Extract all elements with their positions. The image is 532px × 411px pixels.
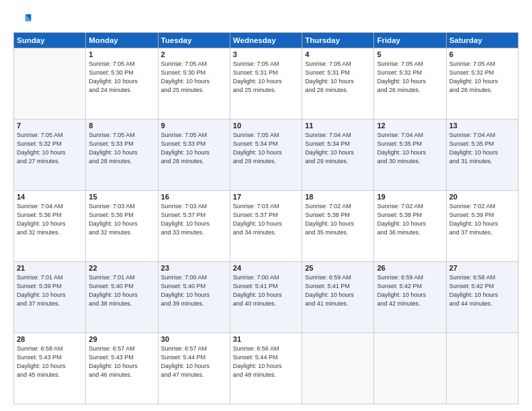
day-info: Sunrise: 7:02 AM Sunset: 5:39 PM Dayligh… bbox=[449, 202, 515, 237]
header-row: SundayMondayTuesdayWednesdayThursdayFrid… bbox=[14, 33, 519, 48]
day-number: 16 bbox=[161, 193, 227, 201]
col-header-friday: Friday bbox=[374, 33, 446, 48]
day-cell: 30Sunrise: 6:57 AM Sunset: 5:44 PM Dayli… bbox=[158, 333, 230, 404]
day-info: Sunrise: 7:04 AM Sunset: 5:36 PM Dayligh… bbox=[17, 202, 83, 237]
day-info: Sunrise: 7:03 AM Sunset: 5:37 PM Dayligh… bbox=[161, 202, 227, 237]
day-info: Sunrise: 7:03 AM Sunset: 5:36 PM Dayligh… bbox=[89, 202, 154, 237]
day-number: 31 bbox=[233, 335, 299, 343]
day-info: Sunrise: 7:01 AM Sunset: 5:40 PM Dayligh… bbox=[89, 273, 154, 308]
day-info: Sunrise: 7:01 AM Sunset: 5:39 PM Dayligh… bbox=[17, 273, 83, 308]
day-cell: 7Sunrise: 7:05 AM Sunset: 5:32 PM Daylig… bbox=[14, 120, 86, 191]
day-info: Sunrise: 7:04 AM Sunset: 5:35 PM Dayligh… bbox=[377, 131, 443, 166]
day-cell: 31Sunrise: 6:56 AM Sunset: 5:44 PM Dayli… bbox=[230, 333, 302, 404]
day-cell: 11Sunrise: 7:04 AM Sunset: 5:34 PM Dayli… bbox=[302, 120, 374, 191]
day-cell: 19Sunrise: 7:02 AM Sunset: 5:38 PM Dayli… bbox=[374, 191, 446, 262]
day-cell: 25Sunrise: 6:59 AM Sunset: 5:41 PM Dayli… bbox=[302, 262, 374, 333]
col-header-thursday: Thursday bbox=[302, 33, 374, 48]
day-cell: 3Sunrise: 7:05 AM Sunset: 5:31 PM Daylig… bbox=[230, 48, 302, 120]
week-row-2: 7Sunrise: 7:05 AM Sunset: 5:32 PM Daylig… bbox=[14, 120, 519, 191]
day-number: 2 bbox=[161, 50, 227, 58]
week-row-3: 14Sunrise: 7:04 AM Sunset: 5:36 PM Dayli… bbox=[14, 191, 519, 262]
day-number: 11 bbox=[305, 122, 371, 130]
day-cell: 23Sunrise: 7:00 AM Sunset: 5:40 PM Dayli… bbox=[158, 262, 230, 333]
day-number: 3 bbox=[233, 50, 299, 58]
day-cell: 20Sunrise: 7:02 AM Sunset: 5:39 PM Dayli… bbox=[446, 191, 518, 262]
day-number: 29 bbox=[89, 335, 154, 343]
day-cell bbox=[446, 333, 518, 404]
week-row-5: 28Sunrise: 6:58 AM Sunset: 5:43 PM Dayli… bbox=[14, 333, 519, 404]
col-header-tuesday: Tuesday bbox=[158, 33, 230, 48]
day-info: Sunrise: 7:02 AM Sunset: 5:38 PM Dayligh… bbox=[377, 202, 443, 237]
day-cell: 2Sunrise: 7:05 AM Sunset: 5:30 PM Daylig… bbox=[158, 48, 230, 120]
day-number: 22 bbox=[89, 264, 154, 272]
day-cell: 5Sunrise: 7:05 AM Sunset: 5:32 PM Daylig… bbox=[374, 48, 446, 120]
day-number: 6 bbox=[449, 50, 515, 58]
day-cell: 29Sunrise: 6:57 AM Sunset: 5:43 PM Dayli… bbox=[86, 333, 158, 404]
day-number: 28 bbox=[17, 335, 83, 343]
day-cell: 12Sunrise: 7:04 AM Sunset: 5:35 PM Dayli… bbox=[374, 120, 446, 191]
day-info: Sunrise: 7:05 AM Sunset: 5:31 PM Dayligh… bbox=[305, 60, 371, 95]
day-number: 30 bbox=[161, 335, 227, 343]
day-number: 19 bbox=[377, 193, 443, 201]
day-info: Sunrise: 7:04 AM Sunset: 5:34 PM Dayligh… bbox=[305, 131, 371, 166]
week-row-1: 1Sunrise: 7:05 AM Sunset: 5:30 PM Daylig… bbox=[14, 48, 519, 120]
day-cell: 15Sunrise: 7:03 AM Sunset: 5:36 PM Dayli… bbox=[86, 191, 158, 262]
day-number: 13 bbox=[449, 122, 515, 130]
day-info: Sunrise: 6:59 AM Sunset: 5:42 PM Dayligh… bbox=[377, 273, 443, 308]
day-cell: 8Sunrise: 7:05 AM Sunset: 5:33 PM Daylig… bbox=[86, 120, 158, 191]
day-info: Sunrise: 7:05 AM Sunset: 5:32 PM Dayligh… bbox=[449, 60, 515, 95]
day-cell bbox=[374, 333, 446, 404]
day-cell: 22Sunrise: 7:01 AM Sunset: 5:40 PM Dayli… bbox=[86, 262, 158, 333]
day-info: Sunrise: 6:59 AM Sunset: 5:41 PM Dayligh… bbox=[305, 273, 371, 308]
day-number: 15 bbox=[89, 193, 154, 201]
day-number: 18 bbox=[305, 193, 371, 201]
day-number: 20 bbox=[449, 193, 515, 201]
day-info: Sunrise: 7:00 AM Sunset: 5:41 PM Dayligh… bbox=[233, 273, 299, 308]
day-info: Sunrise: 7:05 AM Sunset: 5:32 PM Dayligh… bbox=[17, 131, 83, 166]
day-info: Sunrise: 6:58 AM Sunset: 5:43 PM Dayligh… bbox=[17, 345, 83, 379]
day-number: 14 bbox=[17, 193, 83, 201]
header bbox=[13, 11, 519, 30]
day-number: 24 bbox=[233, 264, 299, 272]
day-number: 27 bbox=[449, 264, 515, 272]
day-info: Sunrise: 7:03 AM Sunset: 5:37 PM Dayligh… bbox=[233, 202, 299, 237]
day-number: 8 bbox=[89, 122, 154, 130]
day-cell: 17Sunrise: 7:03 AM Sunset: 5:37 PM Dayli… bbox=[230, 191, 302, 262]
day-cell: 27Sunrise: 6:58 AM Sunset: 5:42 PM Dayli… bbox=[446, 262, 518, 333]
day-info: Sunrise: 7:05 AM Sunset: 5:33 PM Dayligh… bbox=[161, 131, 227, 166]
day-cell: 16Sunrise: 7:03 AM Sunset: 5:37 PM Dayli… bbox=[158, 191, 230, 262]
col-header-monday: Monday bbox=[86, 33, 158, 48]
day-cell: 26Sunrise: 6:59 AM Sunset: 5:42 PM Dayli… bbox=[374, 262, 446, 333]
day-cell bbox=[302, 333, 374, 404]
day-info: Sunrise: 6:58 AM Sunset: 5:42 PM Dayligh… bbox=[449, 273, 515, 308]
day-number: 25 bbox=[305, 264, 371, 272]
day-cell: 4Sunrise: 7:05 AM Sunset: 5:31 PM Daylig… bbox=[302, 48, 374, 120]
day-info: Sunrise: 7:00 AM Sunset: 5:40 PM Dayligh… bbox=[161, 273, 227, 308]
calendar-table: SundayMondayTuesdayWednesdayThursdayFrid… bbox=[13, 32, 519, 404]
logo bbox=[13, 11, 35, 30]
day-info: Sunrise: 7:05 AM Sunset: 5:30 PM Dayligh… bbox=[89, 60, 154, 95]
day-info: Sunrise: 6:57 AM Sunset: 5:44 PM Dayligh… bbox=[161, 345, 227, 379]
day-cell: 1Sunrise: 7:05 AM Sunset: 5:30 PM Daylig… bbox=[86, 48, 158, 120]
day-info: Sunrise: 6:56 AM Sunset: 5:44 PM Dayligh… bbox=[233, 345, 299, 379]
col-header-sunday: Sunday bbox=[14, 33, 86, 48]
week-row-4: 21Sunrise: 7:01 AM Sunset: 5:39 PM Dayli… bbox=[14, 262, 519, 333]
day-info: Sunrise: 7:05 AM Sunset: 5:33 PM Dayligh… bbox=[89, 131, 154, 166]
col-header-saturday: Saturday bbox=[446, 33, 518, 48]
day-number: 26 bbox=[377, 264, 443, 272]
day-cell: 10Sunrise: 7:05 AM Sunset: 5:34 PM Dayli… bbox=[230, 120, 302, 191]
day-cell: 9Sunrise: 7:05 AM Sunset: 5:33 PM Daylig… bbox=[158, 120, 230, 191]
day-number: 17 bbox=[233, 193, 299, 201]
day-number: 12 bbox=[377, 122, 443, 130]
day-cell: 13Sunrise: 7:04 AM Sunset: 5:35 PM Dayli… bbox=[446, 120, 518, 191]
day-cell: 6Sunrise: 7:05 AM Sunset: 5:32 PM Daylig… bbox=[446, 48, 518, 120]
day-cell: 21Sunrise: 7:01 AM Sunset: 5:39 PM Dayli… bbox=[14, 262, 86, 333]
day-info: Sunrise: 7:04 AM Sunset: 5:35 PM Dayligh… bbox=[449, 131, 515, 166]
day-number: 10 bbox=[233, 122, 299, 130]
day-info: Sunrise: 7:05 AM Sunset: 5:34 PM Dayligh… bbox=[233, 131, 299, 166]
day-number: 1 bbox=[89, 50, 154, 58]
day-number: 5 bbox=[377, 50, 443, 58]
day-cell: 24Sunrise: 7:00 AM Sunset: 5:41 PM Dayli… bbox=[230, 262, 302, 333]
day-info: Sunrise: 6:57 AM Sunset: 5:43 PM Dayligh… bbox=[89, 345, 154, 379]
day-cell: 18Sunrise: 7:02 AM Sunset: 5:38 PM Dayli… bbox=[302, 191, 374, 262]
